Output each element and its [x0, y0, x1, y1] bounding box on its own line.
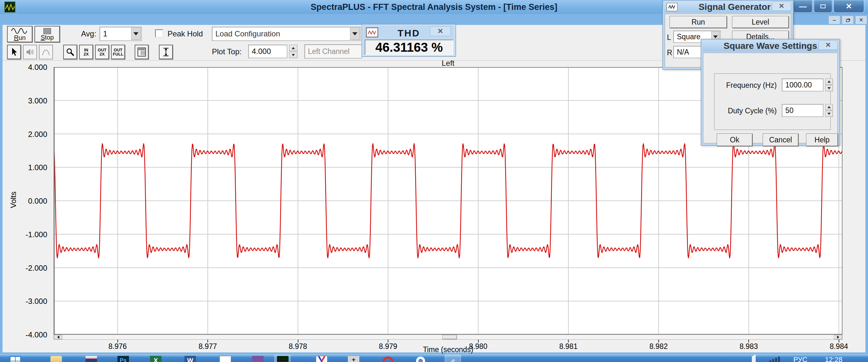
y-tick-label: -3.000	[3, 297, 47, 306]
triangle-down-icon	[292, 54, 295, 56]
duty-cycle-input[interactable]: 50	[782, 104, 823, 117]
triangle-left-icon	[57, 335, 59, 339]
run-button-label: Run	[14, 34, 26, 41]
avg-combobox[interactable]: 1	[99, 27, 142, 41]
taskbar-internet-explorer-icon[interactable]: e	[447, 356, 459, 362]
y-axis-labels: 4.0003.0002.0001.0000.000-1.000-2.000-3.…	[0, 67, 50, 335]
thd-panel[interactable]: THD ✕ 46.31163 %	[362, 24, 456, 57]
y-tick-label: 4.000	[3, 63, 47, 72]
taskbar-chrome-icon[interactable]	[415, 356, 426, 362]
magnifier-icon	[66, 48, 75, 57]
square-wave-settings-close-button[interactable]: ✕	[818, 40, 838, 50]
signal-generator-close-button[interactable]: ✕	[772, 1, 791, 11]
network-bars-icon[interactable]	[769, 357, 780, 362]
maximize-button[interactable]	[814, 0, 832, 13]
avg-dropdown-arrow[interactable]	[131, 28, 141, 40]
zoom-tool-button[interactable]	[63, 45, 77, 59]
taskbar-clock[interactable]: 12:28	[825, 356, 842, 362]
y-tick-label: 2.000	[3, 130, 47, 139]
cancel-button[interactable]: Cancel	[763, 133, 799, 146]
mdi-minimize-button[interactable]: –	[829, 16, 840, 24]
thd-value: 46.31163 %	[365, 39, 454, 55]
help-button[interactable]: Help	[806, 133, 838, 146]
y-tick-label: -2.000	[3, 264, 47, 273]
taskbar-file-explorer-icon[interactable]	[51, 356, 62, 362]
chevron-down-icon	[352, 32, 358, 35]
frequency-input[interactable]: 1000.00	[782, 79, 823, 91]
taskbar-scope-app-icon[interactable]: +	[348, 356, 359, 362]
triangle-down-icon	[828, 87, 831, 89]
generator-run-button[interactable]: Run	[670, 16, 727, 28]
run-button[interactable]: Run	[7, 26, 33, 42]
frequency-value: 1000.00	[785, 81, 812, 89]
load-configuration-value: Load Configuration	[215, 29, 280, 38]
pointer-tool-button[interactable]	[7, 45, 21, 59]
taskbar-start-button-icon[interactable]	[9, 356, 21, 362]
taskbar-word-icon[interactable]: W	[184, 356, 196, 362]
language-indicator[interactable]: РУС	[793, 356, 807, 362]
duty-cycle-label: Duty Cycle (%)	[719, 107, 777, 115]
ok-button[interactable]: Ok	[717, 133, 752, 146]
frequency-label: Frequency (Hz)	[719, 81, 777, 90]
stop-button[interactable]: Stop	[34, 26, 60, 42]
taskbar-excel-icon[interactable]: X	[150, 356, 161, 362]
taskbar-opera-icon[interactable]	[382, 356, 394, 362]
volume-icon[interactable]	[752, 357, 756, 362]
vertical-scale-button[interactable]	[159, 45, 173, 59]
audio-monitor-button[interactable]	[23, 45, 37, 59]
mdi-minimize-icon: –	[833, 16, 836, 24]
cancel-label: Cancel	[769, 136, 792, 144]
peak-curve-button[interactable]	[39, 45, 53, 59]
load-configuration-combobox[interactable]: Load Configuration	[212, 27, 361, 41]
mdi-close-button[interactable]: ×	[855, 16, 867, 24]
app-waveform-icon	[5, 2, 16, 13]
mdi-restore-button[interactable]	[842, 16, 854, 24]
scroll-right-button[interactable]	[834, 335, 842, 339]
x-tick-label: 8.981	[546, 342, 591, 351]
spin-up-button[interactable]	[825, 79, 833, 85]
close-icon: ✕	[779, 2, 784, 10]
spin-up-button[interactable]	[825, 104, 833, 110]
x-tick-label: 8.978	[276, 342, 320, 351]
taskbar-floppy-app-icon[interactable]	[86, 356, 97, 362]
zoom-in-2x-button[interactable]: IN 2X	[79, 45, 93, 59]
taskbar-document-app-icon[interactable]	[220, 356, 231, 362]
square-wave-settings-dialog[interactable]: Square Wave Settings ✕ Frequency (Hz) 10…	[701, 39, 840, 146]
generator-level-label: Level	[752, 18, 769, 27]
minimize-button[interactable]: —	[793, 0, 812, 13]
close-button[interactable]: ✕	[834, 0, 864, 13]
duty-cycle-spinner	[825, 104, 833, 117]
scrollbar-thumb[interactable]	[442, 335, 457, 339]
taskbar-purple-app-icon[interactable]	[252, 356, 264, 362]
cursor-arrow-icon	[10, 48, 18, 57]
triangle-right-icon	[837, 335, 839, 339]
taskbar-plot-app-icon[interactable]	[316, 356, 328, 362]
taskbar-photoshop-icon[interactable]: Ps	[118, 356, 129, 362]
close-icon: ✕	[437, 27, 443, 35]
y-tick-label: -1.000	[3, 230, 47, 239]
zoom-out-full-button[interactable]: OUT FULL	[111, 45, 125, 59]
plot-top-input[interactable]: 4.000	[248, 45, 287, 58]
zoom-out-2x-button[interactable]: OUT 2X	[95, 45, 109, 59]
generator-level-button[interactable]: Level	[732, 16, 789, 28]
taskbar-spectraplus-icon[interactable]	[277, 356, 288, 362]
spin-down-button[interactable]	[289, 52, 298, 58]
load-configuration-dropdown-arrow[interactable]	[350, 28, 360, 40]
plot-top-value: 4.000	[252, 47, 271, 56]
spin-down-button[interactable]	[825, 85, 833, 91]
peak-hold-checkbox[interactable]	[155, 29, 163, 37]
spin-up-button[interactable]	[289, 45, 298, 51]
mdi-window-controls: – ×	[829, 16, 867, 24]
ok-label: Ok	[730, 136, 739, 144]
spin-down-button[interactable]	[825, 111, 833, 117]
triangle-down-icon	[828, 113, 831, 115]
scroll-left-button[interactable]	[54, 335, 62, 339]
horizontal-scrollbar[interactable]	[54, 335, 842, 340]
display-options-button[interactable]	[135, 45, 149, 59]
thd-close-button[interactable]: ✕	[430, 26, 451, 36]
y-axis-title: Volts	[9, 181, 18, 219]
plot-title: Left	[400, 59, 496, 68]
triangle-up-icon	[292, 47, 295, 49]
square-wave-settings-titlebar[interactable]: Square Wave Settings	[702, 40, 838, 52]
close-icon: ✕	[846, 2, 852, 11]
